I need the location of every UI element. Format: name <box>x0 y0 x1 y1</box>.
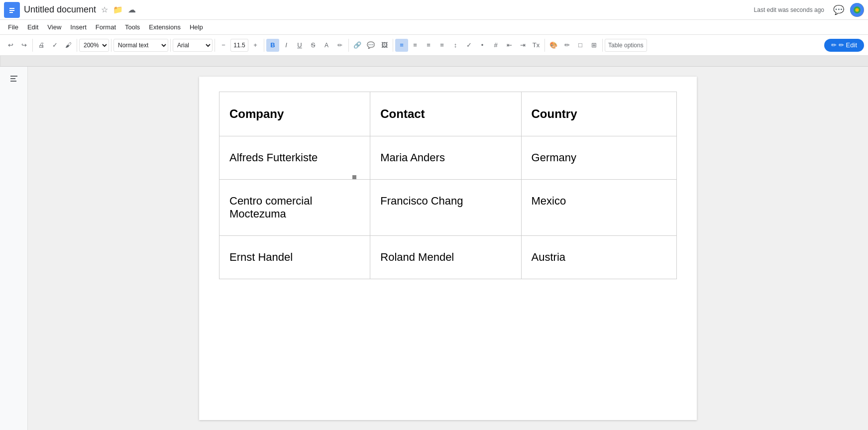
spellcheck-button[interactable]: ✓ <box>48 39 61 52</box>
svg-rect-10 <box>10 78 15 79</box>
svg-rect-2 <box>9 10 14 11</box>
doc-title: Untitled document <box>24 4 96 15</box>
linespacing-button[interactable]: ↕ <box>449 39 462 52</box>
toolbar-tabletools: 🎨 ✏ □ ⊞ <box>547 39 603 52</box>
table-cell-company-3[interactable]: Ernst Handel <box>219 236 370 279</box>
textcolor-button[interactable]: A <box>320 39 333 52</box>
edit-button-area: ✏ ✏ Edit <box>824 39 864 52</box>
table-header-contact[interactable]: Contact <box>370 92 521 136</box>
table-cell-country-1[interactable]: Germany <box>521 136 676 180</box>
paintformat-button[interactable]: 🖌 <box>62 39 75 52</box>
ruler <box>0 56 868 67</box>
table-cell-country-3[interactable]: Austria <box>521 236 676 279</box>
comments-icon[interactable]: 💬 <box>833 4 844 15</box>
doc-area: Company Contact Country Alfreds Futterki… <box>28 67 868 430</box>
menu-insert[interactable]: Insert <box>66 21 91 33</box>
table-cell-contact-1[interactable]: Maria Anders <box>370 136 521 180</box>
toolbar-history: ↩ ↪ <box>4 39 33 52</box>
toolbar-zoom: 200%150%100% <box>79 39 111 52</box>
toolbar: ↩ ↪ 🖨 ✓ 🖌 200%150%100% Normal textHeadin… <box>0 35 868 56</box>
table-header-country[interactable]: Country <box>521 92 676 136</box>
numberedlist-button[interactable]: # <box>489 39 502 52</box>
image-button[interactable]: 🖼 <box>378 39 391 52</box>
fontsize-input[interactable] <box>230 39 248 52</box>
table-row: Alfreds Futterkiste Maria Anders Germany <box>219 136 677 180</box>
table-options-button[interactable]: Table options <box>605 39 647 52</box>
align-justify-button[interactable]: ≡ <box>435 39 448 52</box>
underline-button[interactable]: U <box>293 39 306 52</box>
clearformat-button[interactable]: Tx <box>530 39 542 52</box>
sidebar-outline-icon[interactable] <box>6 71 22 87</box>
menu-help[interactable]: Help <box>186 21 207 33</box>
menu-view[interactable]: View <box>43 21 65 33</box>
align-left-button[interactable]: ≡ <box>395 39 408 52</box>
table-cell-contact-3[interactable]: Roland Mendel <box>370 236 521 279</box>
toolbar-actions: 🖨 ✓ 🖌 <box>35 39 77 52</box>
toolbar-align: ≡ ≡ ≡ ≡ ↕ ✓ • # ⇤ ⇥ Tx <box>395 39 545 52</box>
table-resize-handle[interactable] <box>352 175 356 179</box>
cloud-icon[interactable]: ☁ <box>127 4 137 15</box>
last-edit-text: Last edit was seconds ago <box>754 6 824 13</box>
table-row: Ernst Handel Roland Mendel Austria <box>219 236 677 279</box>
svg-point-6 <box>856 8 859 12</box>
strikethrough-button[interactable]: S <box>307 39 320 52</box>
svg-rect-3 <box>9 12 13 13</box>
redo-button[interactable]: ↪ <box>17 39 30 52</box>
table-cell-company-1[interactable]: Alfreds Futterkiste <box>219 136 370 180</box>
undo-button[interactable]: ↩ <box>4 39 17 52</box>
svg-rect-11 <box>10 81 16 82</box>
star-icon[interactable]: ☆ <box>100 4 109 15</box>
decrease-indent-button[interactable]: ⇤ <box>503 39 516 52</box>
menu-edit[interactable]: Edit <box>23 21 42 33</box>
highlight-button[interactable]: ✏ <box>333 39 346 52</box>
menu-tools[interactable]: Tools <box>121 21 144 33</box>
table-cell-company-2[interactable]: Centro comercial Moctezuma <box>219 180 370 236</box>
font-select[interactable]: ArialTimes New RomanVerdana <box>173 39 213 52</box>
fontsize-decrease-button[interactable]: − <box>217 39 230 52</box>
title-bar: Untitled document ☆ 📁 ☁ Last edit was se… <box>0 0 868 20</box>
title-icons: ☆ 📁 ☁ <box>100 4 137 15</box>
table-header-company[interactable]: Company <box>219 92 370 136</box>
main-area: Company Contact Country Alfreds Futterki… <box>0 67 868 430</box>
toolbar-link: 🔗 💬 🖼 <box>351 39 393 52</box>
table-cell-contact-2[interactable]: Francisco Chang <box>370 180 521 236</box>
align-center-button[interactable]: ≡ <box>409 39 422 52</box>
menu-extensions[interactable]: Extensions <box>145 21 185 33</box>
table-header-row: Company Contact Country <box>219 92 677 136</box>
zoom-select[interactable]: 200%150%100% <box>79 39 109 52</box>
edit-label: ✏ Edit <box>839 41 857 49</box>
toolbar-fontsize: − + <box>217 39 264 52</box>
svg-rect-9 <box>10 76 17 77</box>
table-cell-country-2[interactable]: Mexico <box>521 180 676 236</box>
print-button[interactable]: 🖨 <box>35 39 48 52</box>
menu-format[interactable]: Format <box>92 21 120 33</box>
fontsize-increase-button[interactable]: + <box>249 39 262 52</box>
bold-button[interactable]: B <box>266 39 279 52</box>
company-2-line1: Centro comercial <box>229 195 312 207</box>
align-right-button[interactable]: ≡ <box>422 39 435 52</box>
checklist-button[interactable]: ✓ <box>462 39 475 52</box>
border-outer-button[interactable]: □ <box>574 39 587 52</box>
sidebar <box>0 67 28 430</box>
edit-button[interactable]: ✏ ✏ Edit <box>824 39 864 52</box>
bgcolor-button[interactable]: 🎨 <box>547 39 560 52</box>
toolbar-style: Normal textHeading 1Heading 2 <box>113 39 171 52</box>
app-icon <box>4 2 20 18</box>
edit-pencil-icon: ✏ <box>831 41 837 49</box>
toolbar-formatting: B I U S A ✏ <box>266 39 349 52</box>
bordercolor-button[interactable]: ✏ <box>560 39 573 52</box>
folder-icon[interactable]: 📁 <box>112 4 124 15</box>
menu-bar: File Edit View Insert Format Tools Exten… <box>0 20 868 35</box>
border-inner-button[interactable]: ⊞ <box>587 39 600 52</box>
menu-file[interactable]: File <box>4 21 22 33</box>
company-2-line2: Moctezuma <box>229 208 286 220</box>
italic-button[interactable]: I <box>280 39 293 52</box>
comment-button[interactable]: 💬 <box>364 39 377 52</box>
svg-rect-1 <box>9 8 14 9</box>
increase-indent-button[interactable]: ⇥ <box>516 39 529 52</box>
link-button[interactable]: 🔗 <box>351 39 364 52</box>
bulletlist-button[interactable]: • <box>476 39 489 52</box>
user-avatar[interactable] <box>850 3 864 17</box>
paragraph-style-select[interactable]: Normal textHeading 1Heading 2 <box>113 39 168 52</box>
doc-table: Company Contact Country Alfreds Futterki… <box>219 92 677 279</box>
